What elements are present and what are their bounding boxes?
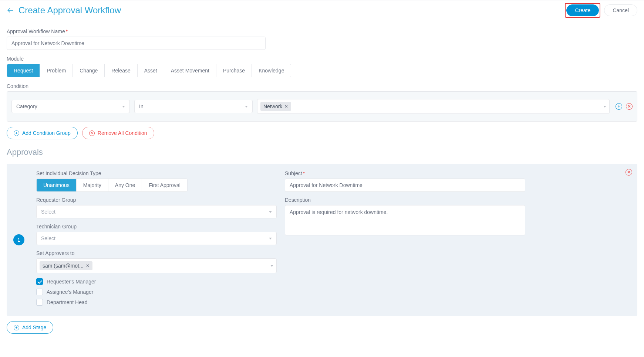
condition-field-select[interactable]: Category: [11, 100, 130, 113]
approver-tag: sam (sam@mot... ✕: [40, 261, 92, 270]
chevron-down-icon: [122, 106, 125, 108]
tab-asset-movement[interactable]: Asset Movement: [164, 64, 216, 77]
chk-label: Assignee's Manager: [47, 289, 93, 295]
chevron-down-icon: [269, 211, 272, 213]
tag-close-icon[interactable]: ✕: [284, 104, 288, 109]
add-condition-group-button[interactable]: + Add Condition Group: [7, 127, 78, 139]
create-button[interactable]: Create: [566, 4, 599, 16]
chk-label: Department Head: [47, 299, 88, 305]
requester-group-select[interactable]: Select: [36, 205, 277, 218]
approval-stage: 1 Set Individual Decision Type Unanimous…: [7, 164, 637, 316]
checkbox-icon: [36, 289, 43, 295]
chevron-down-icon: [245, 106, 248, 108]
condition-value-field[interactable]: Network ✕: [257, 99, 610, 114]
tab-asset[interactable]: Asset: [138, 64, 164, 77]
chevron-down-icon: [269, 238, 272, 239]
tab-knowledge[interactable]: Knowledge: [252, 64, 291, 77]
add-stage-button[interactable]: + Add Stage: [7, 321, 53, 334]
tab-problem[interactable]: Problem: [40, 64, 73, 77]
tag-close-icon[interactable]: ✕: [86, 263, 90, 268]
decision-type-label: Set Individual Decision Type: [36, 170, 277, 176]
tab-unanimous[interactable]: Unanimous: [37, 179, 77, 191]
subject-input[interactable]: [285, 178, 525, 192]
page-header: Create Approval Workflow Create Cancel: [7, 0, 637, 23]
approvers-select[interactable]: sam (sam@mot... ✕: [36, 258, 277, 273]
workflow-name-label: Approval Workflow Name*: [7, 28, 637, 34]
condition-operator-select[interactable]: In: [134, 100, 253, 113]
module-tabs: Request Problem Change Release Asset Ass…: [7, 64, 291, 77]
tab-purchase[interactable]: Purchase: [216, 64, 252, 77]
description-label: Description: [285, 197, 525, 203]
remove-condition-icon[interactable]: ✕: [626, 103, 633, 110]
condition-label: Condition: [7, 83, 637, 89]
approvals-title: Approvals: [7, 147, 637, 157]
x-circle-icon: ✕: [89, 130, 95, 136]
cancel-button[interactable]: Cancel: [604, 4, 637, 16]
checkbox-icon: [36, 299, 43, 306]
checkbox-icon: [36, 278, 43, 285]
module-label: Module: [7, 56, 637, 62]
add-condition-icon[interactable]: +: [616, 103, 622, 110]
chk-assignee-manager[interactable]: Assignee's Manager: [36, 289, 277, 295]
technician-group-select[interactable]: Select: [36, 232, 277, 245]
condition-row: Category In Network ✕ + ✕: [7, 91, 637, 122]
chevron-down-icon: [270, 265, 273, 267]
tab-any-one[interactable]: Any One: [108, 179, 142, 191]
remove-all-condition-button[interactable]: ✕ Remove All Condition: [82, 127, 154, 139]
chk-department-head[interactable]: Department Head: [36, 299, 277, 306]
plus-circle-icon: +: [14, 325, 19, 330]
tab-majority[interactable]: Majority: [77, 179, 108, 191]
subject-label: Subject*: [285, 170, 525, 176]
tab-first-approval[interactable]: First Approval: [142, 179, 187, 191]
description-textarea[interactable]: [285, 205, 525, 235]
chevron-down-icon: [603, 106, 606, 108]
condition-value-tag: Network ✕: [260, 102, 291, 111]
back-arrow-icon[interactable]: [7, 7, 14, 14]
tab-release[interactable]: Release: [105, 64, 137, 77]
decision-tabs: Unanimous Majority Any One First Approva…: [36, 178, 188, 192]
stage-number-badge: 1: [13, 234, 24, 245]
chk-label: Requester's Manager: [47, 279, 96, 285]
approvers-label: Set Approvers to: [36, 250, 277, 256]
tab-change[interactable]: Change: [73, 64, 105, 77]
technician-group-label: Technician Group: [36, 224, 277, 229]
remove-stage-icon[interactable]: ✕: [626, 169, 632, 176]
workflow-name-input[interactable]: [7, 37, 266, 50]
tab-request[interactable]: Request: [7, 64, 40, 77]
create-highlight: Create: [565, 3, 600, 18]
page-title: Create Approval Workflow: [18, 5, 121, 16]
chk-requester-manager[interactable]: Requester's Manager: [36, 278, 277, 285]
plus-circle-icon: +: [14, 130, 19, 136]
requester-group-label: Requester Group: [36, 197, 277, 203]
